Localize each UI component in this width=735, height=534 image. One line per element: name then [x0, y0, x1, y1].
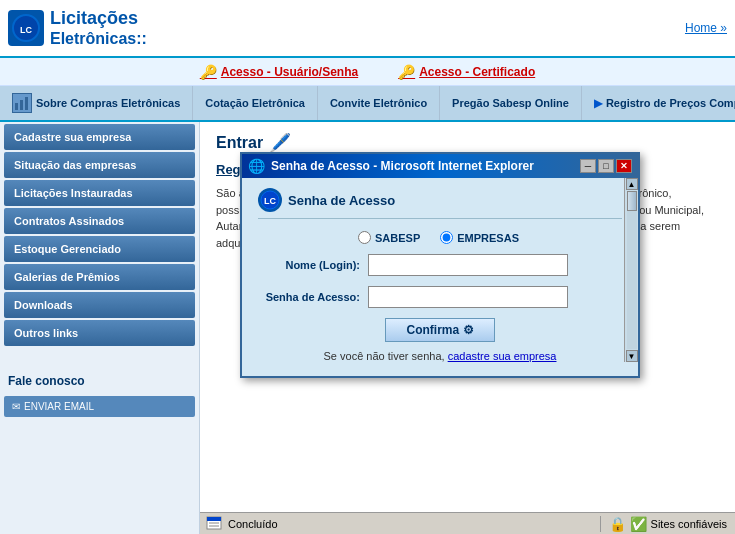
- ie-icon: 🌐: [248, 158, 265, 174]
- form-row-senha: Senha de Acesso:: [258, 286, 622, 308]
- sidebar-item-situacao[interactable]: Situação das empresas: [4, 152, 195, 178]
- enter-heading: Entrar 🖊️: [216, 132, 719, 154]
- nav-bar: Sobre Compras Eletrônicas Cotação Eletrô…: [0, 86, 735, 122]
- nav-label-cotacao: Cotação Eletrônica: [205, 97, 305, 109]
- svg-text:LC: LC: [20, 25, 32, 35]
- senha-label: Senha de Acesso:: [258, 291, 368, 303]
- content-area: Entrar 🖊️ Registro de Preços Compartilha…: [200, 122, 735, 534]
- enter-icon: 🖊️: [269, 132, 291, 154]
- email-label: ENVIAR EMAIL: [24, 401, 94, 412]
- confirm-button[interactable]: Confirma ⚙: [385, 318, 494, 342]
- nav-label-convite: Convite Eletrônico: [330, 97, 427, 109]
- radio-sabesp[interactable]: SABESP: [358, 231, 420, 244]
- dialog-header-title: Senha de Acesso: [288, 193, 395, 208]
- form-row-login: Nome (Login):: [258, 254, 622, 276]
- dialog-controls: ─ □ ✕: [580, 159, 632, 173]
- radio-empresas[interactable]: EMPRESAS: [440, 231, 519, 244]
- scroll-track[interactable]: [627, 191, 637, 349]
- key-icon-1: 🔑: [200, 64, 217, 80]
- nav-item-compras[interactable]: Sobre Compras Eletrônicas: [0, 86, 193, 120]
- key-icon-2: 🔑: [398, 64, 415, 80]
- nav-label-compras: Sobre Compras Eletrônicas: [36, 97, 180, 109]
- login-label: Nome (Login):: [258, 259, 368, 271]
- home-link[interactable]: Home »: [685, 21, 727, 35]
- radio-empresas-input[interactable]: [440, 231, 453, 244]
- nav-label-pregao: Pregão Sabesp Online: [452, 97, 569, 109]
- access-cert-label: Acesso - Certificado: [419, 65, 535, 79]
- scroll-thumb[interactable]: [627, 191, 637, 211]
- status-page-icon: [204, 514, 224, 534]
- svg-rect-2: [15, 103, 18, 110]
- chart-icon: [12, 93, 32, 113]
- sidebar-item-downloads[interactable]: Downloads: [4, 292, 195, 318]
- maximize-button[interactable]: □: [598, 159, 614, 173]
- logo-line2: Eletrônicas::: [50, 29, 147, 48]
- nav-item-registro[interactable]: ▶ Registro de Preços Compartilhado: [582, 86, 735, 120]
- arrow-icon: ▶: [594, 97, 602, 110]
- nav-item-pregao[interactable]: Pregão Sabesp Online: [440, 86, 582, 120]
- logo-icon: LC: [8, 10, 44, 46]
- fale-conosco-label: Fale conosco: [0, 368, 199, 394]
- dialog-header: LC Senha de Acesso: [258, 188, 622, 219]
- lock-icon: 🔒: [609, 516, 626, 532]
- sidebar-item-cadastre[interactable]: Cadastre sua empresa: [4, 124, 195, 150]
- svg-rect-8: [207, 517, 221, 521]
- logo-text: Licitações Eletrônicas::: [50, 8, 147, 49]
- scroll-down-arrow[interactable]: ▼: [626, 350, 638, 362]
- email-button[interactable]: ✉ ENVIAR EMAIL: [4, 396, 195, 417]
- email-icon: ✉: [12, 401, 20, 412]
- nav-item-cotacao[interactable]: Cotação Eletrônica: [193, 86, 318, 120]
- sidebar-item-outros[interactable]: Outros links: [4, 320, 195, 346]
- radio-sabesp-input[interactable]: [358, 231, 371, 244]
- access-user-link[interactable]: 🔑 Acesso - Usuário/Senha: [200, 64, 358, 80]
- radio-empresas-label: EMPRESAS: [457, 232, 519, 244]
- svg-rect-4: [25, 97, 28, 110]
- access-bar: 🔑 Acesso - Usuário/Senha 🔑 Acesso - Cert…: [0, 58, 735, 86]
- nav-item-convite[interactable]: Convite Eletrônico: [318, 86, 440, 120]
- logo-area: LC Licitações Eletrônicas::: [8, 8, 147, 49]
- confirm-label: Confirma: [406, 323, 459, 337]
- status-text: Concluído: [224, 518, 600, 530]
- svg-rect-3: [20, 100, 23, 110]
- register-text: Se você não tiver senha,: [324, 350, 445, 362]
- status-right: 🔒 ✅ Sites confiáveis: [600, 516, 735, 532]
- main-layout: Cadastre sua empresa Situação das empres…: [0, 122, 735, 534]
- dialog-content: LC Senha de Acesso SABESP EMPRESAS No: [242, 178, 638, 376]
- dialog-header-icon: LC: [258, 188, 282, 212]
- confirm-icon: ⚙: [463, 323, 474, 337]
- dialog-title-text: Senha de Acesso - Microsoft Internet Exp…: [271, 159, 534, 173]
- sidebar-item-estoque[interactable]: Estoque Gerenciado: [4, 236, 195, 262]
- close-button[interactable]: ✕: [616, 159, 632, 173]
- access-cert-link[interactable]: 🔑 Acesso - Certificado: [398, 64, 535, 80]
- access-user-label: Acesso - Usuário/Senha: [221, 65, 358, 79]
- header: LC Licitações Eletrônicas:: Home »: [0, 0, 735, 58]
- svg-text:LC: LC: [264, 196, 276, 206]
- nav-label-registro: Registro de Preços Compartilhado: [606, 97, 735, 109]
- shield-icon: ✅: [630, 516, 647, 532]
- sidebar-item-contratos[interactable]: Contratos Assinados: [4, 208, 195, 234]
- logo-line1: Licitações: [50, 8, 147, 30]
- dialog-scrollbar[interactable]: ▲ ▼: [624, 178, 638, 362]
- scroll-up-arrow[interactable]: ▲: [626, 178, 638, 190]
- sidebar: Cadastre sua empresa Situação das empres…: [0, 122, 200, 534]
- sidebar-item-galerias[interactable]: Galerias de Prêmios: [4, 264, 195, 290]
- statusbar: Concluído 🔒 ✅ Sites confiáveis: [200, 512, 735, 534]
- register-link[interactable]: cadastre sua empresa: [448, 350, 557, 362]
- login-input[interactable]: [368, 254, 568, 276]
- senha-input[interactable]: [368, 286, 568, 308]
- sidebar-item-licitacoes[interactable]: Licitações Instauradas: [4, 180, 195, 206]
- radio-sabesp-label: SABESP: [375, 232, 420, 244]
- enter-title: Entrar: [216, 134, 263, 152]
- register-link-area: Se você não tiver senha, cadastre sua em…: [258, 350, 622, 362]
- minimize-button[interactable]: ─: [580, 159, 596, 173]
- trusted-sites-label: Sites confiáveis: [651, 518, 727, 530]
- radio-group: SABESP EMPRESAS: [358, 231, 622, 244]
- dialog-window: 🌐 Senha de Acesso - Microsoft Internet E…: [240, 152, 640, 378]
- dialog-titlebar: 🌐 Senha de Acesso - Microsoft Internet E…: [242, 154, 638, 178]
